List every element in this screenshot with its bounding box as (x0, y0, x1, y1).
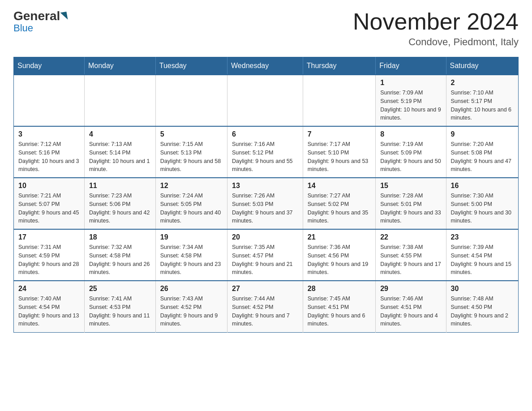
weekday-header-wednesday: Wednesday (227, 57, 303, 75)
day-number: 12 (160, 182, 223, 190)
day-info: Sunrise: 7:30 AMSunset: 5:00 PMDaylight:… (451, 192, 514, 225)
day-info: Sunrise: 7:20 AMSunset: 5:08 PMDaylight:… (451, 140, 514, 174)
day-number: 28 (308, 285, 371, 293)
day-info: Sunrise: 7:21 AMSunset: 5:07 PMDaylight:… (18, 192, 80, 225)
day-info: Sunrise: 7:13 AMSunset: 5:14 PMDaylight:… (89, 140, 151, 174)
day-info: Sunrise: 7:09 AMSunset: 5:19 PMDaylight:… (380, 89, 441, 122)
calendar-cell: 8Sunrise: 7:19 AMSunset: 5:09 PMDaylight… (376, 126, 446, 178)
day-number: 19 (160, 233, 223, 241)
day-number: 9 (451, 130, 514, 138)
calendar-cell: 25Sunrise: 7:41 AMSunset: 4:53 PMDayligh… (84, 281, 155, 332)
day-number: 24 (18, 285, 80, 293)
day-info: Sunrise: 7:46 AMSunset: 4:51 PMDaylight:… (380, 295, 441, 328)
day-info: Sunrise: 7:41 AMSunset: 4:53 PMDaylight:… (89, 295, 151, 328)
calendar-cell: 23Sunrise: 7:39 AMSunset: 4:54 PMDayligh… (446, 229, 519, 281)
calendar-cell: 16Sunrise: 7:30 AMSunset: 5:00 PMDayligh… (446, 178, 519, 229)
day-number: 18 (89, 233, 151, 241)
calendar-week-row: 17Sunrise: 7:31 AMSunset: 4:59 PMDayligh… (14, 229, 519, 281)
day-number: 25 (89, 285, 151, 293)
day-info: Sunrise: 7:26 AMSunset: 5:03 PMDaylight:… (232, 192, 298, 225)
day-number: 30 (451, 285, 514, 293)
weekday-header-thursday: Thursday (303, 57, 375, 75)
calendar-cell: 30Sunrise: 7:48 AMSunset: 4:50 PMDayligh… (446, 281, 519, 332)
day-info: Sunrise: 7:17 AMSunset: 5:10 PMDaylight:… (308, 140, 371, 174)
calendar-cell: 17Sunrise: 7:31 AMSunset: 4:59 PMDayligh… (14, 229, 85, 281)
day-info: Sunrise: 7:24 AMSunset: 5:05 PMDaylight:… (160, 192, 223, 225)
page-header: General Blue November 2024 Condove, Pied… (13, 9, 519, 48)
day-info: Sunrise: 7:28 AMSunset: 5:01 PMDaylight:… (380, 192, 441, 225)
day-info: Sunrise: 7:43 AMSunset: 4:52 PMDaylight:… (160, 295, 223, 328)
day-number: 6 (232, 130, 298, 138)
calendar-cell (303, 75, 375, 126)
day-number: 22 (380, 233, 441, 241)
logo: General Blue (13, 9, 68, 34)
calendar-cell (227, 75, 303, 126)
month-year-title: November 2024 (353, 9, 519, 34)
calendar-cell: 29Sunrise: 7:46 AMSunset: 4:51 PMDayligh… (376, 281, 446, 332)
calendar-cell: 24Sunrise: 7:40 AMSunset: 4:54 PMDayligh… (14, 281, 85, 332)
day-number: 17 (18, 233, 80, 241)
calendar-cell: 1Sunrise: 7:09 AMSunset: 5:19 PMDaylight… (376, 75, 446, 126)
calendar-week-row: 10Sunrise: 7:21 AMSunset: 5:07 PMDayligh… (14, 178, 519, 229)
weekday-header-saturday: Saturday (446, 57, 519, 75)
day-number: 13 (232, 182, 298, 190)
day-info: Sunrise: 7:45 AMSunset: 4:51 PMDaylight:… (308, 295, 371, 328)
calendar-cell (155, 75, 227, 126)
day-number: 15 (380, 182, 441, 190)
logo-arrow-icon (60, 12, 68, 21)
day-number: 21 (308, 233, 371, 241)
day-info: Sunrise: 7:27 AMSunset: 5:02 PMDaylight:… (308, 192, 371, 225)
day-number: 8 (380, 130, 441, 138)
location-subtitle: Condove, Piedmont, Italy (353, 36, 519, 48)
day-info: Sunrise: 7:39 AMSunset: 4:54 PMDaylight:… (451, 243, 514, 277)
calendar-cell: 13Sunrise: 7:26 AMSunset: 5:03 PMDayligh… (227, 178, 303, 229)
calendar-cell: 27Sunrise: 7:44 AMSunset: 4:52 PMDayligh… (227, 281, 303, 332)
day-number: 2 (451, 79, 514, 87)
day-info: Sunrise: 7:32 AMSunset: 4:58 PMDaylight:… (89, 243, 151, 277)
day-info: Sunrise: 7:12 AMSunset: 5:16 PMDaylight:… (18, 140, 80, 174)
day-info: Sunrise: 7:35 AMSunset: 4:57 PMDaylight:… (232, 243, 298, 277)
day-number: 16 (451, 182, 514, 190)
calendar-cell: 28Sunrise: 7:45 AMSunset: 4:51 PMDayligh… (303, 281, 375, 332)
day-number: 10 (18, 182, 80, 190)
day-info: Sunrise: 7:15 AMSunset: 5:13 PMDaylight:… (160, 140, 223, 174)
weekday-header-sunday: Sunday (14, 57, 85, 75)
day-info: Sunrise: 7:36 AMSunset: 4:56 PMDaylight:… (308, 243, 371, 277)
day-info: Sunrise: 7:16 AMSunset: 5:12 PMDaylight:… (232, 140, 298, 174)
day-number: 14 (308, 182, 371, 190)
title-section: November 2024 Condove, Piedmont, Italy (353, 9, 519, 48)
calendar-cell: 18Sunrise: 7:32 AMSunset: 4:58 PMDayligh… (84, 229, 155, 281)
calendar-cell: 20Sunrise: 7:35 AMSunset: 4:57 PMDayligh… (227, 229, 303, 281)
calendar-cell: 12Sunrise: 7:24 AMSunset: 5:05 PMDayligh… (155, 178, 227, 229)
calendar-cell: 26Sunrise: 7:43 AMSunset: 4:52 PMDayligh… (155, 281, 227, 332)
day-number: 7 (308, 130, 371, 138)
calendar-cell: 5Sunrise: 7:15 AMSunset: 5:13 PMDaylight… (155, 126, 227, 178)
calendar-body: 1Sunrise: 7:09 AMSunset: 5:19 PMDaylight… (14, 75, 519, 332)
logo-general-text: General (13, 9, 60, 23)
calendar-cell: 14Sunrise: 7:27 AMSunset: 5:02 PMDayligh… (303, 178, 375, 229)
calendar-cell: 6Sunrise: 7:16 AMSunset: 5:12 PMDaylight… (227, 126, 303, 178)
day-info: Sunrise: 7:10 AMSunset: 5:17 PMDaylight:… (451, 89, 514, 122)
calendar-cell: 11Sunrise: 7:23 AMSunset: 5:06 PMDayligh… (84, 178, 155, 229)
day-number: 23 (451, 233, 514, 241)
day-number: 3 (18, 130, 80, 138)
calendar-header: SundayMondayTuesdayWednesdayThursdayFrid… (14, 57, 519, 75)
calendar-cell: 15Sunrise: 7:28 AMSunset: 5:01 PMDayligh… (376, 178, 446, 229)
day-number: 26 (160, 285, 223, 293)
calendar-cell: 19Sunrise: 7:34 AMSunset: 4:58 PMDayligh… (155, 229, 227, 281)
day-info: Sunrise: 7:19 AMSunset: 5:09 PMDaylight:… (380, 140, 441, 174)
weekday-row: SundayMondayTuesdayWednesdayThursdayFrid… (14, 57, 519, 75)
weekday-header-friday: Friday (376, 57, 446, 75)
calendar-week-row: 24Sunrise: 7:40 AMSunset: 4:54 PMDayligh… (14, 281, 519, 332)
day-number: 29 (380, 285, 441, 293)
calendar-cell: 3Sunrise: 7:12 AMSunset: 5:16 PMDaylight… (14, 126, 85, 178)
day-number: 1 (380, 79, 441, 87)
day-info: Sunrise: 7:38 AMSunset: 4:55 PMDaylight:… (380, 243, 441, 277)
calendar-cell: 10Sunrise: 7:21 AMSunset: 5:07 PMDayligh… (14, 178, 85, 229)
weekday-header-tuesday: Tuesday (155, 57, 227, 75)
day-info: Sunrise: 7:31 AMSunset: 4:59 PMDaylight:… (18, 243, 80, 277)
calendar-cell (14, 75, 85, 126)
logo-blue-text: Blue (13, 22, 33, 34)
day-number: 20 (232, 233, 298, 241)
day-number: 5 (160, 130, 223, 138)
